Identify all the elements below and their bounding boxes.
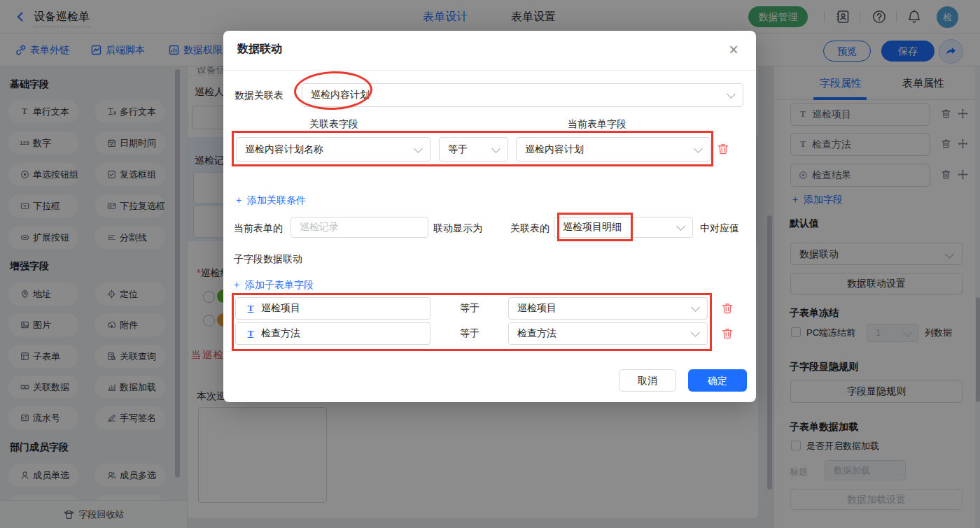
- single-text-icon: T: [246, 304, 255, 313]
- chevron-down-icon: [691, 328, 700, 337]
- condition-right-value: 巡检内容计划: [525, 143, 584, 156]
- add-condition-label: 添加关联条件: [247, 194, 306, 206]
- subfield-value-select[interactable]: 检查方法: [508, 322, 708, 345]
- modal-title: 数据联动: [237, 42, 282, 57]
- rel-table-select[interactable]: 巡检内容计划: [302, 83, 743, 107]
- display-prefix-label: 当前表单的: [234, 222, 283, 235]
- subfield-name-box[interactable]: T检查方法: [235, 322, 430, 345]
- data-linkage-modal: 数据联动 × 数据关联表 巡检内容计划 关联表字段 当前表单字段 巡检内容计划名…: [223, 31, 756, 402]
- condition-left-value: 巡检内容计划名称: [245, 143, 323, 156]
- chevron-down-icon: [691, 303, 700, 312]
- chevron-down-icon: [676, 222, 685, 231]
- chevron-down-icon: [694, 144, 703, 153]
- subfield-value: 巡检项目: [517, 302, 556, 315]
- cancel-button[interactable]: 取消: [619, 369, 676, 392]
- subfield-op: 等于: [460, 327, 479, 340]
- display-rel-label: 关联表的: [510, 222, 550, 235]
- modal-header-divider: [223, 70, 756, 71]
- display-suffix-label: 中对应值: [700, 222, 739, 235]
- display-value-text: 巡检项目明细: [563, 221, 622, 234]
- condition-op-select[interactable]: 等于: [439, 137, 508, 162]
- condition-left-select[interactable]: 巡检内容计划名称: [236, 137, 430, 162]
- col-right-header: 当前表单字段: [568, 118, 626, 131]
- add-condition-link[interactable]: + 添加关联条件: [236, 194, 306, 207]
- subfield-value-select[interactable]: 巡检项目: [508, 297, 708, 320]
- display-field-input[interactable]: 巡检记录: [290, 217, 428, 238]
- chevron-down-icon: [491, 144, 500, 153]
- subfield-name: 检查方法: [261, 327, 300, 340]
- app: 设备巡检单 表单设计 表单设置 数据管理 检 表单外链 后端脚本 数据权限: [0, 0, 980, 528]
- add-subfield-link[interactable]: + 添加子表单字段: [234, 279, 314, 292]
- chevron-down-icon: [727, 90, 736, 99]
- display-field-placeholder: 巡检记录: [300, 221, 339, 234]
- display-value-select[interactable]: 巡检项目明细: [554, 217, 693, 238]
- rel-table-value: 巡检内容计划: [311, 89, 370, 101]
- close-icon[interactable]: ×: [724, 41, 743, 60]
- chevron-down-icon: [414, 144, 423, 153]
- delete-subfield-icon[interactable]: [721, 327, 734, 340]
- confirm-button[interactable]: 确定: [688, 369, 747, 392]
- subfield-name: 巡检项目: [261, 302, 300, 315]
- rel-table-label: 数据关联表: [234, 90, 284, 102]
- col-left-header: 关联表字段: [309, 118, 358, 131]
- display-mid-label: 联动显示为: [433, 222, 482, 235]
- condition-op-value: 等于: [448, 143, 468, 156]
- single-text-icon: T: [246, 329, 255, 338]
- delete-subfield-icon[interactable]: [721, 302, 734, 315]
- subfield-section-label: 子字段数据联动: [234, 253, 302, 266]
- subfield-value: 检查方法: [517, 327, 556, 340]
- subfield-name-box[interactable]: T巡检项目: [235, 297, 430, 320]
- condition-right-select[interactable]: 巡检内容计划: [516, 137, 710, 162]
- delete-condition-icon[interactable]: [717, 143, 729, 155]
- subfield-op: 等于: [460, 302, 479, 315]
- add-subfield-label: 添加子表单字段: [245, 279, 314, 290]
